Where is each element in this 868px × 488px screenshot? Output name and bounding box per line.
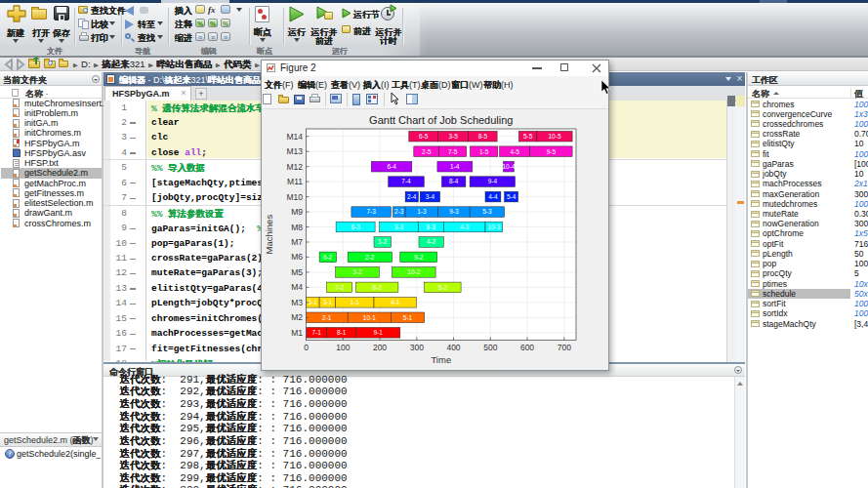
svg-text:7-1: 7-1 [311, 329, 321, 336]
svg-text:M10: M10 [286, 192, 303, 202]
svg-text:6-4: 6-4 [387, 163, 396, 170]
svg-text:10-5: 10-5 [548, 133, 560, 140]
svg-text:9-3: 9-3 [449, 208, 459, 215]
svg-text:7-3: 7-3 [366, 208, 376, 215]
svg-text:8-1: 8-1 [337, 329, 347, 336]
svg-text:10-3: 10-3 [487, 224, 500, 230]
svg-text:2-4: 2-4 [407, 193, 417, 200]
svg-text:1-5: 1-5 [479, 148, 489, 155]
svg-text:M7: M7 [291, 237, 303, 247]
svg-text:4-2: 4-2 [427, 238, 436, 245]
svg-text:M6: M6 [291, 252, 303, 262]
svg-text:2-2: 2-2 [365, 254, 375, 261]
svg-text:1-1: 1-1 [351, 299, 360, 305]
svg-text:9-4: 9-4 [488, 178, 498, 184]
svg-text:7-4: 7-4 [401, 178, 411, 184]
svg-text:400: 400 [446, 343, 460, 352]
svg-text:6-2: 6-2 [323, 254, 333, 261]
svg-text:9-5: 9-5 [547, 148, 557, 155]
svg-text:700: 700 [558, 343, 571, 352]
svg-text:8-2: 8-2 [372, 284, 382, 291]
svg-text:300: 300 [410, 343, 424, 352]
svg-text:M11: M11 [287, 177, 303, 186]
svg-text:10-2: 10-2 [407, 268, 420, 275]
svg-text:8-3: 8-3 [427, 224, 436, 230]
svg-text:3-2: 3-2 [352, 268, 362, 275]
svg-text:M1: M1 [291, 328, 303, 338]
svg-text:200: 200 [373, 343, 387, 352]
svg-text:5-1: 5-1 [403, 314, 413, 321]
svg-text:7-2: 7-2 [335, 284, 345, 291]
svg-text:4-3: 4-3 [460, 224, 470, 230]
svg-text:M5: M5 [291, 267, 303, 277]
svg-text:2-3: 2-3 [394, 208, 404, 215]
svg-text:3-1: 3-1 [323, 299, 333, 305]
svg-text:2-5: 2-5 [422, 148, 432, 155]
svg-text:M4: M4 [291, 282, 303, 292]
svg-text:3-5: 3-5 [448, 133, 458, 140]
svg-text:100: 100 [336, 343, 350, 352]
svg-text:7-5: 7-5 [448, 148, 458, 155]
svg-text:600: 600 [520, 343, 534, 352]
svg-text:4-5: 4-5 [510, 148, 519, 155]
svg-text:M14: M14 [286, 132, 303, 142]
svg-text:1-4: 1-4 [450, 163, 460, 170]
svg-text:5-5: 5-5 [523, 133, 533, 140]
svg-text:M12: M12 [286, 162, 303, 172]
svg-text:Machines: Machines [264, 215, 274, 255]
svg-text:0: 0 [304, 343, 309, 352]
svg-text:3-3: 3-3 [394, 224, 404, 230]
svg-text:M2: M2 [291, 312, 303, 322]
svg-text:Gantt Chart of Job Scheduling: Gantt Chart of Job Scheduling [369, 114, 513, 126]
svg-text:9-1: 9-1 [373, 329, 383, 336]
svg-text:5-4: 5-4 [507, 193, 517, 200]
svg-text:8-5: 8-5 [478, 133, 488, 140]
svg-text:4-1: 4-1 [391, 299, 400, 305]
svg-text:M9: M9 [291, 207, 303, 217]
svg-text:5-2: 5-2 [438, 284, 448, 291]
svg-text:M8: M8 [291, 223, 303, 232]
svg-text:Time: Time [431, 354, 451, 365]
svg-text:2-1: 2-1 [322, 314, 332, 321]
svg-text:500: 500 [483, 343, 497, 352]
svg-text:4-4: 4-4 [488, 193, 498, 200]
svg-text:9-2: 9-2 [414, 254, 424, 261]
svg-text:6-5: 6-5 [419, 133, 429, 140]
svg-text:5-3: 5-3 [482, 208, 492, 215]
svg-text:6-1: 6-1 [309, 299, 318, 305]
svg-text:M3: M3 [291, 298, 303, 307]
svg-text:8-4: 8-4 [449, 178, 459, 184]
svg-text:3-4: 3-4 [426, 193, 435, 200]
svg-text:1-2: 1-2 [378, 238, 388, 245]
svg-text:10-1: 10-1 [363, 314, 376, 321]
svg-text:1-3: 1-3 [417, 208, 427, 215]
svg-text:6-3: 6-3 [351, 224, 360, 230]
svg-text:10-4: 10-4 [502, 163, 515, 170]
svg-text:M13: M13 [286, 146, 303, 156]
